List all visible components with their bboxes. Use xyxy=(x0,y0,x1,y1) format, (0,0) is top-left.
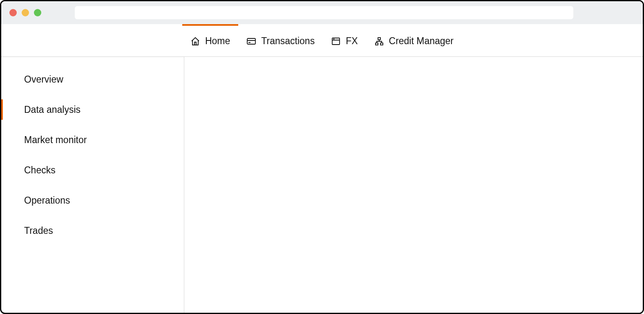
window-icon xyxy=(331,36,341,46)
sidebar-item-label: Operations xyxy=(24,195,70,206)
body-area: Overview Data analysis Market monitor Ch… xyxy=(1,57,643,313)
window-maximize-button[interactable] xyxy=(34,9,41,16)
sidebar-item-market-monitor[interactable]: Market monitor xyxy=(1,125,184,155)
svg-rect-0 xyxy=(247,38,255,44)
card-icon xyxy=(246,36,256,46)
sidebar-item-label: Overview xyxy=(24,74,63,85)
sidebar-item-label: Market monitor xyxy=(24,135,87,146)
top-nav: Home Transactions FX Credit Manager xyxy=(1,24,643,57)
svg-rect-7 xyxy=(376,43,378,45)
svg-rect-6 xyxy=(378,38,380,40)
nav-credit-manager[interactable]: Credit Manager xyxy=(366,24,462,56)
nav-label: Credit Manager xyxy=(389,36,454,47)
nav-label: Transactions xyxy=(261,36,315,47)
sidebar-item-overview[interactable]: Overview xyxy=(1,64,184,94)
nav-label: Home xyxy=(205,36,230,47)
sidebar-item-checks[interactable]: Checks xyxy=(1,155,184,185)
svg-rect-3 xyxy=(332,38,340,45)
org-icon xyxy=(374,36,384,46)
nav-home[interactable]: Home xyxy=(182,24,238,56)
window-minimize-button[interactable] xyxy=(22,9,29,16)
nav-fx[interactable]: FX xyxy=(323,24,366,56)
nav-label: FX xyxy=(346,36,358,47)
content-area xyxy=(184,57,643,313)
window-controls xyxy=(9,9,41,16)
sidebar-item-trades[interactable]: Trades xyxy=(1,215,184,246)
address-bar[interactable] xyxy=(75,6,573,19)
sidebar-item-label: Checks xyxy=(24,165,56,176)
sidebar: Overview Data analysis Market monitor Ch… xyxy=(1,57,184,313)
sidebar-item-label: Data analysis xyxy=(24,104,80,115)
nav-transactions[interactable]: Transactions xyxy=(238,24,323,56)
sidebar-item-label: Trades xyxy=(24,225,53,236)
home-icon xyxy=(190,36,200,46)
sidebar-item-operations[interactable]: Operations xyxy=(1,185,184,215)
svg-rect-8 xyxy=(380,43,383,45)
window-titlebar xyxy=(1,1,643,24)
app-window: Home Transactions FX Credit Manager Over… xyxy=(0,0,644,314)
window-close-button[interactable] xyxy=(9,9,17,16)
sidebar-item-data-analysis[interactable]: Data analysis xyxy=(1,94,184,125)
